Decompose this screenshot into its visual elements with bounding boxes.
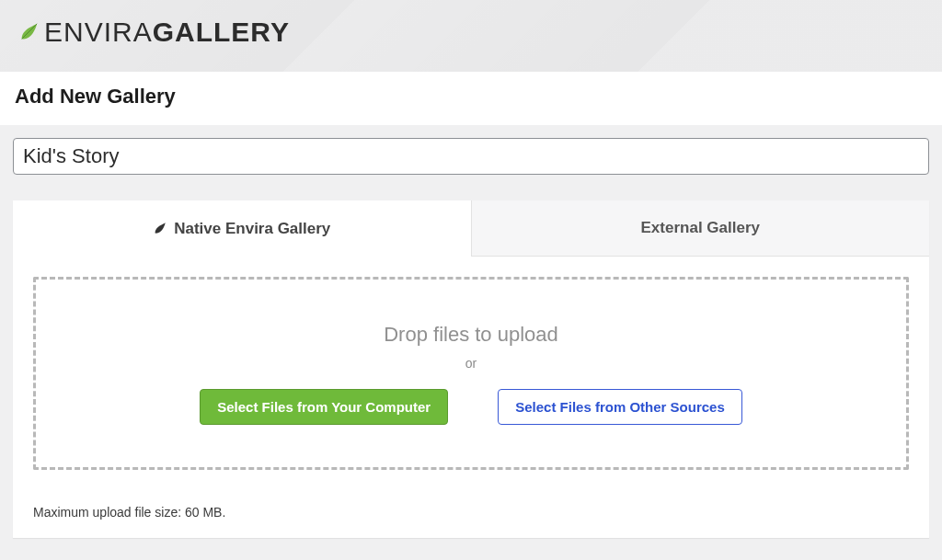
title-input-wrap xyxy=(0,125,942,175)
dropzone-button-row: Select Files from Your Computer Select F… xyxy=(200,389,742,425)
dropzone-or: or xyxy=(465,356,477,371)
page-header: Add New Gallery xyxy=(0,72,942,125)
dropzone-heading: Drop files to upload xyxy=(384,323,558,347)
logo: ENVIRAGALLERY xyxy=(18,17,924,48)
leaf-icon xyxy=(153,222,167,235)
logo-text: ENVIRAGALLERY xyxy=(44,17,290,48)
upload-dropzone[interactable]: Drop files to upload or Select Files fro… xyxy=(33,277,909,470)
brand-banner: ENVIRAGALLERY xyxy=(0,0,942,72)
tabs-container: Native Envira Gallery External Gallery D… xyxy=(13,200,929,538)
tab-external-label: External Gallery xyxy=(641,219,760,237)
select-files-other-button[interactable]: Select Files from Other Sources xyxy=(498,389,742,425)
tab-content: Drop files to upload or Select Files fro… xyxy=(13,257,929,490)
select-files-computer-button[interactable]: Select Files from Your Computer xyxy=(200,389,448,425)
logo-text-heavy: GALLERY xyxy=(153,17,290,47)
gallery-title-input[interactable] xyxy=(13,138,929,175)
tab-external[interactable]: External Gallery xyxy=(471,200,930,257)
logo-text-light: ENVIRA xyxy=(44,17,153,47)
tab-native[interactable]: Native Envira Gallery xyxy=(13,200,471,257)
page-title: Add New Gallery xyxy=(15,85,927,109)
tab-native-label: Native Envira Gallery xyxy=(174,220,330,238)
leaf-icon xyxy=(18,22,39,42)
tab-row: Native Envira Gallery External Gallery xyxy=(13,200,929,257)
max-upload-size-text: Maximum upload file size: 60 MB. xyxy=(13,490,929,538)
